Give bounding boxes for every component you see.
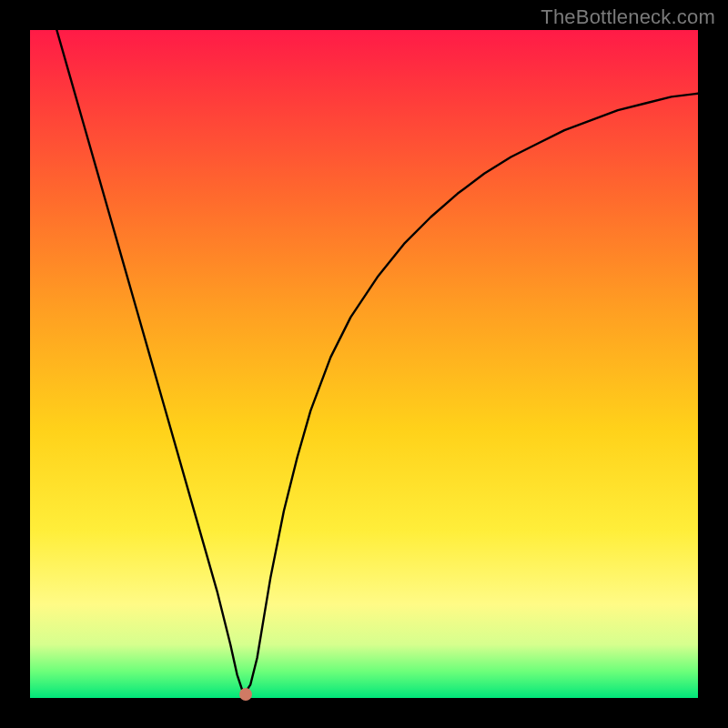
watermark-text: TheBottleneck.com [541,5,715,29]
plot-area [30,30,698,698]
chart-frame: TheBottleneck.com [0,0,728,728]
minimum-marker-dot [239,688,252,701]
bottleneck-curve [30,30,698,698]
